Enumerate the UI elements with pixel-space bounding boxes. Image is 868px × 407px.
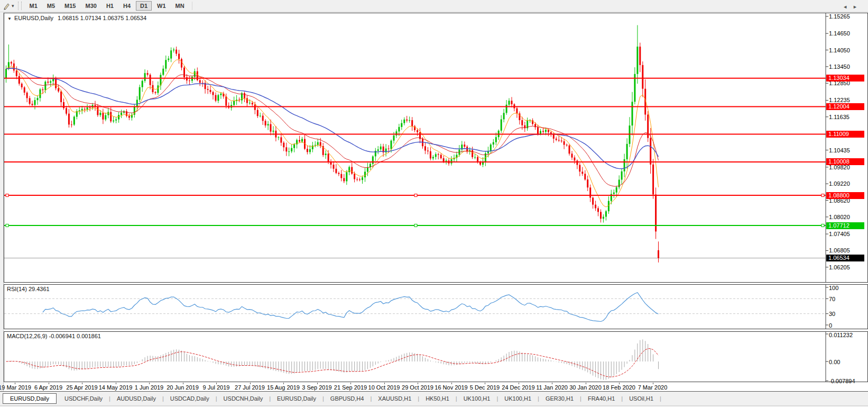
price-level-label: 1.11009	[826, 131, 864, 138]
chart-tab-audusd-daily[interactable]: AUDUSD,Daily	[111, 393, 162, 404]
rsi-panel[interactable]: RSI(14) 29.4361 10070300	[4, 284, 868, 329]
price-level-label: 1.12004	[826, 103, 864, 110]
symbol-dropdown-icon[interactable]: ▼	[7, 16, 12, 21]
rsi-axis-tick: 30	[829, 311, 868, 317]
toolbar-separator	[192, 2, 192, 10]
date-axis-label: 9 Jul 2019	[203, 384, 230, 391]
date-axis-label: 21 Sep 2019	[334, 384, 367, 391]
date-axis-label: 14 May 2019	[99, 384, 133, 391]
macd-axis-tick: 0.00	[829, 359, 868, 365]
chart-tab-eurusd-daily[interactable]: EURUSD,Daily	[3, 393, 57, 404]
date-axis-label: 16 Nov 2019	[435, 384, 467, 391]
price-panel[interactable]: ▼EURUSD,Daily1.06815 1.07134 1.06375 1.0…	[4, 13, 868, 283]
price-level-label: 1.10008	[826, 158, 864, 165]
tab-scroll-right-icon[interactable]: ►	[853, 4, 863, 10]
price-axis-tick: 1.11635	[829, 114, 868, 120]
chart-symbol-label: EURUSD,Daily	[14, 15, 53, 21]
macd-axis-tick: 0.011232	[829, 332, 868, 338]
timeframe-button-m5[interactable]: M5	[43, 1, 59, 11]
price-axis-tick: 1.08020	[829, 214, 868, 220]
price-axis-tick: 1.12235	[829, 97, 868, 103]
chart-tab-gbpusd-h4[interactable]: GBPUSD,H4	[325, 393, 370, 404]
macd-chart-canvas[interactable]	[4, 332, 867, 382]
ma-45-line	[6, 68, 659, 169]
date-axis-label: 19 Mar 2019	[0, 384, 31, 391]
price-axis-tick: 1.13450	[829, 64, 868, 70]
rsi-axis-tick: 100	[829, 285, 868, 291]
date-axis-label: 25 Apr 2019	[66, 384, 97, 391]
rsi-axis-tick: 70	[829, 296, 868, 302]
toolbar: ▾ M1M5M15M30H1H4D1W1MN	[0, 0, 868, 12]
price-level-label: 1.08800	[826, 192, 864, 199]
price-chart-canvas[interactable]	[4, 13, 867, 282]
dropdown-arrow-icon: ▾	[12, 3, 14, 8]
ma-7-line	[6, 60, 659, 207]
pen-icon	[3, 2, 11, 10]
tab-scroll-left-icon[interactable]: ◄	[843, 4, 853, 10]
macd-signal-line	[6, 349, 659, 377]
current-price-label: 1.06534	[826, 255, 864, 261]
date-axis-label: 3 Sep 2019	[302, 384, 331, 391]
rsi-label: RSI(14) 29.4361	[7, 286, 50, 292]
rsi-axis-tick: 0	[829, 322, 868, 329]
timeframe-button-w1[interactable]: W1	[153, 1, 170, 11]
date-axis-label: 6 Apr 2019	[34, 384, 62, 391]
timeframe-button-h1[interactable]: H1	[102, 1, 118, 11]
date-axis-label: 1 Jun 2019	[135, 384, 163, 391]
price-axis-tick: 1.07405	[829, 231, 868, 237]
chart-tab-uk100-h1[interactable]: UK100,H1	[498, 393, 537, 404]
tab-separator: |	[659, 395, 662, 402]
chart-tab-fra40-h1[interactable]: FRA40,H1	[582, 393, 621, 404]
price-axis-tick: 1.10435	[829, 147, 868, 153]
date-axis: 19 Mar 20196 Apr 201925 Apr 201914 May 2…	[4, 383, 868, 391]
timeframe-button-m30[interactable]: M30	[81, 1, 101, 11]
chart-tab-hk50-h1[interactable]: HK50,H1	[420, 393, 455, 404]
chart-tab-usdcad-daily[interactable]: USDCAD,Daily	[164, 393, 215, 404]
rsi-line	[43, 293, 659, 322]
macd-axis-tick: -0.007894	[829, 378, 868, 384]
timeframe-button-mn[interactable]: MN	[171, 1, 189, 11]
date-axis-label: 7 Mar 2020	[638, 384, 668, 391]
date-axis-label: 29 Oct 2019	[402, 384, 433, 391]
rsi-chart-canvas[interactable]	[4, 285, 867, 329]
chart-tab-uk100-h1[interactable]: UK100,H1	[458, 393, 496, 404]
ma-20-line	[6, 68, 659, 186]
timeframe-button-m1[interactable]: M1	[25, 1, 42, 11]
macd-panel[interactable]: MACD(12,26,9) -0.006941 0.001861 0.01123…	[4, 331, 868, 382]
price-level-label: 1.07712	[826, 222, 864, 229]
chart-tab-ger30-h1[interactable]: GER30,H1	[540, 393, 579, 404]
chart-tab-usdchf-daily[interactable]: USDCHF,Daily	[59, 393, 108, 404]
date-axis-label: 30 Jan 2020	[569, 384, 602, 391]
timeframe-button-m15[interactable]: M15	[60, 1, 80, 11]
chart-region: ▼EURUSD,Daily1.06815 1.07134 1.06375 1.0…	[4, 12, 868, 391]
price-axis-tick: 1.06805	[829, 247, 868, 254]
chart-title: ▼EURUSD,Daily1.06815 1.07134 1.06375 1.0…	[7, 15, 146, 21]
price-axis-tick: 1.06205	[829, 264, 868, 270]
date-axis-label: 15 Aug 2019	[267, 384, 300, 391]
timeframe-button-h4[interactable]: H4	[119, 1, 135, 11]
price-axis-tick: 1.09220	[829, 180, 868, 187]
date-axis-label: 10 Oct 2019	[368, 384, 400, 391]
chart-ohlc-values: 1.06815 1.07134 1.06375 1.06534	[58, 15, 146, 21]
chart-tab-xauusd-h1[interactable]: XAUUSD,H1	[372, 393, 417, 404]
chart-tab-eurusd-daily[interactable]: EURUSD,Daily	[271, 393, 322, 404]
date-axis-label: 20 Jun 2019	[167, 384, 199, 391]
date-axis-label: 24 Dec 2019	[502, 384, 534, 391]
tab-scroll-arrows[interactable]: ◄►	[843, 4, 863, 10]
drawing-tool-button[interactable]: ▾	[1, 1, 16, 11]
chart-tab-usdcnh-daily[interactable]: USDCNH,Daily	[218, 393, 269, 404]
price-axis-tick: 1.15265	[829, 13, 868, 20]
price-level-label: 1.13034	[826, 75, 864, 82]
price-axis-tick: 1.14650	[829, 30, 868, 37]
toolbar-grip	[18, 2, 22, 10]
macd-label: MACD(12,26,9) -0.006941 0.001861	[7, 333, 101, 339]
date-axis-label: 18 Feb 2020	[603, 384, 635, 391]
timeframe-button-d1[interactable]: D1	[136, 1, 152, 11]
chart-tab-usoil-h1[interactable]: USOil,H1	[623, 393, 659, 404]
date-axis-label: 27 Jul 2019	[235, 384, 265, 391]
timeframe-buttons: M1M5M15M30H1H4D1W1MN	[25, 1, 195, 11]
date-axis-label: 11 Jan 2020	[536, 384, 568, 391]
chart-tab-bar: EURUSD,DailyUSDCHF,Daily|AUDUSD,Daily|US…	[0, 391, 868, 405]
chart-tabs: EURUSD,DailyUSDCHF,Daily|AUDUSD,Daily|US…	[3, 393, 662, 404]
date-axis-label: 5 Dec 2019	[470, 384, 500, 391]
